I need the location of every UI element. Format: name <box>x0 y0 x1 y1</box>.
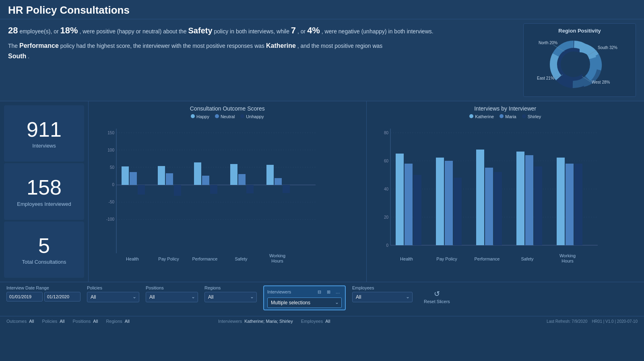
status-interviewers: Interviewers Katherine; Maria; Shirley <box>218 319 293 324</box>
interviews-label: Interviews <box>32 143 56 149</box>
regions-group: Regions All <box>204 285 257 302</box>
south-label: South 32% <box>598 45 617 50</box>
reset-slicers-button[interactable]: ↺ Reset Slicers <box>424 289 450 304</box>
interviewer-chart-panel: Interviews by Interviewer Katherine Mari… <box>367 101 644 282</box>
region-positivity-title: Region Positivity <box>529 28 630 34</box>
svg-text:80: 80 <box>384 131 388 135</box>
bar-pp-maria <box>445 161 453 245</box>
kpi-employees: 158 Employees Interviewed <box>4 163 84 219</box>
bar-safety-unhappy <box>246 185 254 193</box>
more-icon-btn[interactable]: … <box>334 288 342 296</box>
bar-wh-maria <box>566 164 574 245</box>
bar-safety-maria <box>525 155 533 245</box>
bar-workinghours-neutral <box>275 178 282 185</box>
svg-text:Hours: Hours <box>561 258 574 263</box>
svg-text:Pay Policy: Pay Policy <box>436 256 457 261</box>
svg-text:-50: -50 <box>109 200 115 204</box>
bar-performance-neutral <box>202 176 209 185</box>
donut-chart: North 20% South 32% East 21% West 28% <box>529 36 630 92</box>
last-refresh: Last Refresh: 7/9/2020 <box>547 319 587 324</box>
status-policies-key: Policies <box>42 319 57 324</box>
regions-select[interactable]: All <box>204 292 257 302</box>
date-start-input[interactable] <box>6 292 43 302</box>
status-employees-key: Employees <box>301 319 323 324</box>
svg-text:60: 60 <box>384 159 388 163</box>
bar-health-neutral <box>130 172 137 185</box>
outcome-chart-svg: 150 100 50 0 -50 -100 Health <box>94 121 320 269</box>
legend-maria: Maria <box>500 114 516 119</box>
date-range-group: Interview Date Range <box>6 285 80 302</box>
status-outcomes-val: All <box>29 319 34 324</box>
best-region: South <box>8 53 26 59</box>
interviewers-select-wrapper: Multiple selections Katherine Maria Shir… <box>267 297 342 308</box>
svg-text:100: 100 <box>107 148 114 152</box>
positions-group: Positions All <box>146 285 198 302</box>
interviewers-icons: ⊟ ⊞ … <box>315 288 342 296</box>
policy-name: Safety <box>188 26 213 35</box>
policies-select[interactable]: All <box>87 292 139 302</box>
region-positivity-card: Region Positivity <box>523 23 636 97</box>
status-outcomes: Outcomes All <box>6 319 34 324</box>
east-label: East 21% <box>537 76 554 80</box>
svg-text:0: 0 <box>112 183 114 187</box>
interviewer-chart-title: Interviews by Interviewer <box>372 105 639 112</box>
bar-health-unhappy <box>138 185 145 195</box>
bar-workinghours-happy <box>266 165 274 185</box>
reset-label: Reset Slicers <box>424 299 450 304</box>
bar-performance-unhappy <box>210 185 217 194</box>
interviewers-label: Interviewers <box>267 289 291 294</box>
bar-health-shirley <box>413 175 421 245</box>
positions-label: Positions <box>146 285 198 290</box>
summary-row: 28 employee(s), or 18% , were positive (… <box>0 19 644 101</box>
date-range-inputs <box>6 292 80 302</box>
reset-icon: ↺ <box>434 289 440 298</box>
outcome-chart-panel: Consultation Outcome Scores Happy Neutra… <box>89 101 367 282</box>
bar-workinghours-unhappy <box>283 185 290 193</box>
status-positions-val: All <box>93 319 98 324</box>
employees-group: Employees All <box>352 285 413 302</box>
policies-group: Policies All <box>87 285 139 302</box>
svg-text:150: 150 <box>107 131 114 135</box>
bar-paypolicy-happy <box>158 166 165 185</box>
consultations-number: 5 <box>38 234 50 257</box>
bar-pp-shirley <box>454 178 462 245</box>
interviewers-header: Interviewers ⊟ ⊞ … <box>267 288 342 296</box>
employees-select[interactable]: All <box>352 292 413 302</box>
main-content: 911 Interviews 158 Employees Interviewed… <box>0 101 644 282</box>
svg-text:Health: Health <box>400 256 413 261</box>
page-header: HR Policy Consultations <box>0 0 644 19</box>
summary-text: 28 employee(s), or 18% , were positive (… <box>8 23 519 97</box>
employees-label: Employees Interviewed <box>17 201 71 207</box>
best-policy: Performance <box>19 42 59 49</box>
filter-icon-btn[interactable]: ⊟ <box>315 288 323 296</box>
employees-label: Employees <box>352 285 413 290</box>
svg-text:40: 40 <box>384 187 388 191</box>
kpi-panel: 911 Interviews 158 Employees Interviewed… <box>0 101 89 282</box>
status-regions: Regions All <box>106 319 130 324</box>
status-outcomes-key: Outcomes <box>6 319 27 324</box>
page-title: HR Policy Consultations <box>8 4 636 16</box>
svg-text:Pay Policy: Pay Policy <box>158 256 179 261</box>
svg-text:Working: Working <box>269 253 285 258</box>
status-interviewers-val: Katherine; Maria; Shirley <box>244 319 293 324</box>
bar-health-happy <box>122 166 129 185</box>
interviewer-legend: Katherine Maria Shirley <box>372 114 639 119</box>
bar-safety-happy <box>230 164 237 185</box>
employees-number: 158 <box>27 176 62 199</box>
interviewers-group: Interviewers ⊟ ⊞ … Multiple selections K… <box>263 285 346 310</box>
bar-wh-katherine <box>557 158 565 245</box>
positions-select[interactable]: All <box>146 292 198 302</box>
focus-icon-btn[interactable]: ⊞ <box>324 288 332 296</box>
outcome-chart-title: Consultation Outcome Scores <box>94 105 361 112</box>
legend-happy: Happy <box>191 114 209 119</box>
date-end-input[interactable] <box>44 292 80 302</box>
best-interviewer: Katherine <box>266 42 296 49</box>
policies-select-wrapper: All <box>87 292 139 302</box>
status-employees: Employees All <box>301 319 330 324</box>
status-right: Last Refresh: 7/9/2020 HR01 | V1.0 | 202… <box>547 319 638 324</box>
north-label: North 20% <box>539 41 557 45</box>
bar-health-maria <box>405 164 413 245</box>
filters-row: Interview Date Range Policies All Positi… <box>0 282 644 316</box>
interviewers-select[interactable]: Multiple selections Katherine Maria Shir… <box>267 297 342 308</box>
bar-paypolicy-neutral <box>166 173 173 185</box>
